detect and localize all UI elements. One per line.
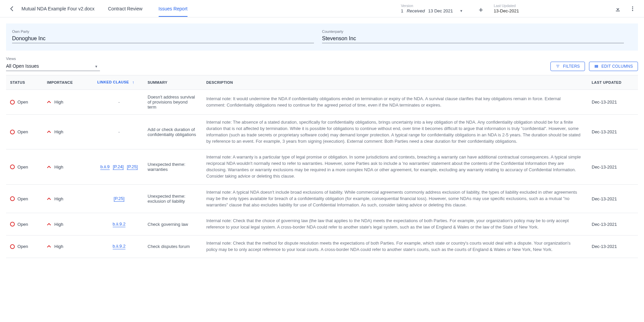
- tab-nav: Contract Review Issues Report: [108, 1, 187, 17]
- add-version-button[interactable]: +: [479, 6, 483, 14]
- tab-issues-report[interactable]: Issues Report: [159, 1, 187, 17]
- table-row[interactable]: OpenHighb.ii.9.2Check disputes forumInte…: [6, 236, 638, 258]
- col-status[interactable]: STATUS: [6, 75, 43, 90]
- importance-high-icon: [47, 166, 51, 168]
- importance-cell: High: [47, 165, 91, 170]
- filters-button[interactable]: FILTERS: [550, 62, 585, 71]
- importance-high-icon: [47, 101, 51, 103]
- linked-clause-empty: -: [118, 129, 120, 134]
- importance-cell: High: [47, 196, 91, 201]
- version-status: Received: [407, 8, 425, 13]
- importance-high-icon: [47, 245, 51, 248]
- col-description[interactable]: DESCRIPTION: [202, 75, 588, 90]
- status-text: Open: [17, 222, 28, 227]
- importance-text: High: [54, 244, 63, 249]
- views-selector[interactable]: Views All Open Issues ▼: [6, 57, 100, 71]
- updated-cell: Dec-13-2021: [588, 236, 638, 258]
- col-last-updated[interactable]: LAST UPDATED: [588, 75, 638, 90]
- status-text: Open: [17, 244, 28, 249]
- parties-panel: Own Party Donoghue Inc Counterparty Stev…: [6, 23, 638, 51]
- version-block: Version 1 Received 13 Dec 2021 ▼: [401, 4, 468, 13]
- status-text: Open: [17, 100, 28, 105]
- edit-columns-label: EDIT COLUMNS: [601, 64, 633, 69]
- summary-cell: Unexpected theme: exclusion of liability: [144, 184, 202, 213]
- table-row[interactable]: OpenHighb.ii.9 [P.24] [P.25]Unexpected t…: [6, 149, 638, 184]
- summary-cell: Add or check duration of confidentiality…: [144, 115, 202, 149]
- last-updated-block: Last Updated 13-Dec-2021: [494, 4, 541, 13]
- status-open-icon: [10, 244, 15, 249]
- table-row[interactable]: OpenHigh-Doesn't address survival of pro…: [6, 90, 638, 115]
- table-row[interactable]: OpenHigh[P.25]Unexpected theme: exclusio…: [6, 184, 638, 213]
- clause-link[interactable]: [P.24]: [113, 164, 123, 170]
- counterparty-value[interactable]: Stevenson Inc: [322, 36, 624, 43]
- svg-point-1: [632, 6, 633, 7]
- importance-text: High: [54, 222, 63, 227]
- document-title: Mutual NDA Example Four v2.docx: [21, 6, 95, 11]
- summary-cell: Unexpected theme: warranties: [144, 149, 202, 184]
- own-party-value[interactable]: Donoghue Inc: [12, 36, 314, 43]
- col-linked-clause[interactable]: LINKED CLAUSE ↑: [93, 75, 144, 90]
- counterparty-label: Counterparty: [322, 29, 624, 34]
- edit-columns-button[interactable]: EDIT COLUMNS: [589, 62, 638, 71]
- clause-link[interactable]: [P.25]: [114, 196, 124, 202]
- col-summary[interactable]: SUMMARY: [144, 75, 202, 90]
- status-cell: Open: [10, 244, 40, 249]
- importance-text: High: [54, 165, 63, 170]
- status-cell: Open: [10, 129, 40, 134]
- description-cell: Internal note: It would undermine the ND…: [202, 90, 588, 115]
- status-open-icon: [10, 196, 15, 201]
- description-cell: Internal note: Check that the method for…: [202, 236, 588, 258]
- svg-rect-0: [616, 10, 620, 11]
- status-text: Open: [17, 196, 28, 201]
- table-row[interactable]: OpenHighb.ii.9.2Check governing lawInter…: [6, 213, 638, 236]
- status-cell: Open: [10, 100, 40, 105]
- last-updated-value: 13-Dec-2021: [494, 8, 541, 13]
- status-cell: Open: [10, 196, 40, 201]
- updated-cell: Dec-13-2021: [588, 115, 638, 149]
- status-open-icon: [10, 165, 15, 169]
- filters-label: FILTERS: [563, 64, 580, 69]
- clause-link[interactable]: b.ii.9.2: [113, 244, 125, 249]
- importance-cell: High: [47, 100, 91, 105]
- status-text: Open: [17, 165, 28, 170]
- clause-link[interactable]: [P.25]: [127, 164, 138, 170]
- more-icon[interactable]: [629, 5, 636, 12]
- svg-point-3: [632, 10, 633, 11]
- updated-cell: Dec-13-2021: [588, 213, 638, 236]
- status-text: Open: [17, 129, 28, 134]
- version-number: 1: [401, 8, 403, 13]
- importance-cell: High: [47, 222, 91, 227]
- importance-text: High: [54, 100, 63, 105]
- back-arrow-icon[interactable]: [8, 5, 16, 13]
- chevron-down-icon: ▼: [460, 9, 463, 13]
- version-date: 13 Dec 2021: [428, 8, 453, 13]
- clause-link[interactable]: b.ii.9: [100, 164, 109, 170]
- status-cell: Open: [10, 222, 40, 227]
- version-label: Version: [401, 4, 468, 8]
- svg-rect-6: [597, 65, 598, 68]
- col-importance[interactable]: IMPORTANCE: [43, 75, 93, 90]
- importance-high-icon: [47, 131, 51, 133]
- table-row[interactable]: OpenHigh-Add or check duration of confid…: [6, 115, 638, 149]
- topbar: Mutual NDA Example Four v2.docx Contract…: [0, 0, 644, 17]
- importance-text: High: [54, 196, 63, 201]
- status-open-icon: [10, 130, 15, 134]
- last-updated-label: Last Updated: [494, 4, 541, 8]
- clause-link[interactable]: b.ii.9.2: [113, 221, 125, 227]
- version-selector[interactable]: 1 Received 13 Dec 2021 ▼: [401, 8, 468, 13]
- importance-high-icon: [47, 223, 51, 226]
- download-icon[interactable]: [614, 5, 621, 12]
- svg-point-2: [632, 8, 633, 9]
- views-label: Views: [6, 57, 100, 61]
- summary-cell: Check disputes forum: [144, 236, 202, 258]
- summary-cell: Doesn't address survival of provisions b…: [144, 90, 202, 115]
- importance-cell: High: [47, 244, 91, 249]
- issues-table: STATUS IMPORTANCE LINKED CLAUSE ↑ SUMMAR…: [6, 75, 638, 258]
- own-party-label: Own Party: [12, 29, 314, 34]
- svg-rect-4: [595, 65, 595, 68]
- description-cell: Internal note: A warranty is a particula…: [202, 149, 588, 184]
- importance-high-icon: [47, 198, 51, 200]
- col-linked-clause-label: LINKED CLAUSE: [97, 80, 129, 84]
- tab-contract-review[interactable]: Contract Review: [108, 1, 143, 17]
- linked-clause-empty: -: [118, 100, 120, 105]
